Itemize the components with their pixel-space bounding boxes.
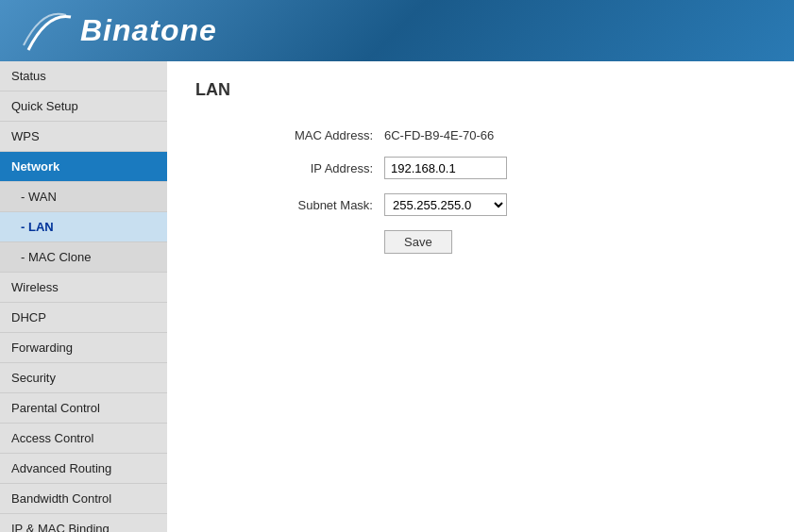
- ip-address-row: IP Address:: [252, 157, 766, 179]
- subnet-mask-label: Subnet Mask:: [252, 198, 384, 212]
- sidebar-item-network[interactable]: Network: [0, 152, 167, 182]
- sidebar-item-dhcp[interactable]: DHCP: [0, 303, 167, 333]
- sidebar-item-mac-clone[interactable]: - MAC Clone: [0, 242, 167, 273]
- lan-form: MAC Address: 6C-FD-B9-4E-70-66 IP Addres…: [252, 128, 766, 216]
- ip-address-input[interactable]: [384, 157, 507, 179]
- sidebar-item-wireless[interactable]: Wireless: [0, 273, 167, 303]
- logo-text: Binatone: [80, 13, 217, 48]
- sidebar-item-security[interactable]: Security: [0, 363, 167, 393]
- sidebar-item-wan[interactable]: - WAN: [0, 182, 167, 212]
- main-layout: Status Quick Setup WPS Network - WAN - L…: [0, 61, 794, 532]
- sidebar: Status Quick Setup WPS Network - WAN - L…: [0, 61, 167, 532]
- sidebar-item-advanced-routing[interactable]: Advanced Routing: [0, 454, 167, 484]
- mac-address-row: MAC Address: 6C-FD-B9-4E-70-66: [252, 128, 766, 142]
- header: Binatone: [0, 0, 794, 61]
- ip-address-label: IP Address:: [252, 161, 384, 175]
- sidebar-item-status[interactable]: Status: [0, 61, 167, 91]
- sidebar-item-quick-setup[interactable]: Quick Setup: [0, 91, 167, 122]
- sidebar-item-lan[interactable]: - LAN: [0, 212, 167, 242]
- content-area: LAN MAC Address: 6C-FD-B9-4E-70-66 IP Ad…: [167, 61, 794, 532]
- sidebar-item-ip-mac-binding[interactable]: IP & MAC Binding: [0, 514, 167, 532]
- mac-address-value: 6C-FD-B9-4E-70-66: [384, 128, 494, 142]
- sidebar-item-bandwidth-control[interactable]: Bandwidth Control: [0, 484, 167, 514]
- save-row: Save: [252, 230, 766, 254]
- logo-icon: [19, 8, 76, 55]
- subnet-mask-row: Subnet Mask: 255.255.255.0 255.255.0.0 2…: [252, 193, 766, 216]
- sidebar-item-wps[interactable]: WPS: [0, 122, 167, 152]
- mac-address-label: MAC Address:: [252, 128, 384, 142]
- sidebar-item-parental-control[interactable]: Parental Control: [0, 393, 167, 424]
- sidebar-item-forwarding[interactable]: Forwarding: [0, 333, 167, 363]
- sidebar-item-access-control[interactable]: Access Control: [0, 424, 167, 454]
- subnet-mask-select[interactable]: 255.255.255.0 255.255.0.0 255.0.0.0: [384, 193, 507, 216]
- save-button[interactable]: Save: [384, 230, 452, 254]
- page-title: LAN: [195, 80, 766, 100]
